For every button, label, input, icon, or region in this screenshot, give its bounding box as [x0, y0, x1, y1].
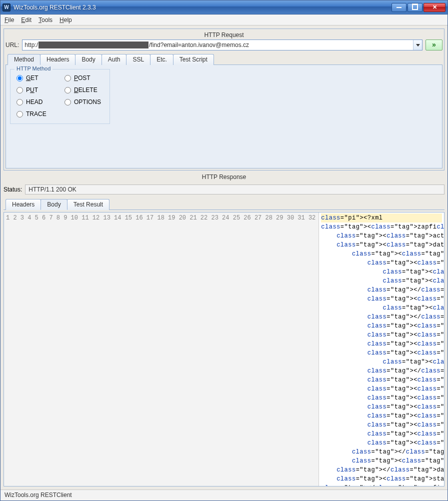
titlebar[interactable]: W WizTools.org RESTClient 2.3.3 — [0, 0, 448, 14]
response-body-code[interactable]: class="pi"><?xml version=class="str">"1.… — [319, 212, 444, 486]
radio-head[interactable]: HEAD — [16, 98, 56, 106]
close-button[interactable] — [424, 3, 446, 12]
minimize-button[interactable] — [392, 3, 406, 12]
tab-test-script[interactable]: Test Script — [173, 54, 214, 65]
menubar: File Edit Tools Help — [0, 14, 448, 26]
tab-resp-body[interactable]: Body — [40, 199, 67, 210]
method-panel: HTTP Method GET POST PUT — [6, 65, 442, 168]
response-section-label: HTTP Response — [4, 174, 444, 180]
menu-tools[interactable]: Tools — [38, 16, 52, 24]
tab-headers[interactable]: Headers — [40, 54, 76, 65]
response-body-panel: 1 2 3 4 5 6 7 8 9 10 11 12 13 14 15 16 1… — [4, 212, 444, 486]
http-method-legend: HTTP Method — [14, 66, 52, 72]
response-tabset: Headers Body Test Result — [4, 198, 444, 210]
menu-file[interactable]: File — [4, 16, 14, 24]
window-controls — [392, 3, 446, 12]
http-method-fieldset: HTTP Method GET POST PUT — [10, 69, 110, 124]
radio-delete[interactable]: DELETE — [64, 86, 104, 94]
url-dropdown-icon[interactable] — [413, 40, 422, 50]
status-label: Status: — [4, 186, 22, 193]
request-section: HTTP Request URL: http:/ /find?email=ant… — [4, 28, 444, 170]
radio-get[interactable]: GET — [16, 74, 56, 82]
tab-body[interactable]: Body — [75, 54, 102, 65]
redacted-host — [38, 42, 148, 48]
radio-post[interactable]: POST — [64, 74, 104, 82]
maximize-button[interactable] — [408, 3, 422, 12]
radio-options[interactable]: OPTIONS — [64, 98, 104, 106]
status-value: HTTP/1.1 200 OK — [25, 184, 444, 194]
statusbar: WizTools.org RESTClient — [0, 490, 448, 500]
tab-resp-headers[interactable]: Headers — [6, 199, 41, 210]
url-input[interactable]: http:/ /find?email=anton.ivanov@memos.cz — [22, 40, 413, 50]
tab-auth[interactable]: Auth — [102, 54, 127, 65]
menu-help[interactable]: Help — [60, 16, 72, 24]
tab-etc[interactable]: Etc. — [150, 54, 174, 65]
status-row: Status: HTTP/1.1 200 OK — [4, 184, 444, 194]
menu-edit[interactable]: Edit — [21, 16, 32, 24]
content-area: HTTP Request URL: http:/ /find?email=ant… — [0, 26, 448, 490]
tab-resp-test-result[interactable]: Test Result — [67, 199, 110, 210]
app-window: W WizTools.org RESTClient 2.3.3 File Edi… — [0, 0, 448, 501]
tab-ssl[interactable]: SSL — [126, 54, 150, 65]
url-combobox[interactable]: http:/ /find?email=anton.ivanov@memos.cz — [22, 40, 422, 50]
send-button[interactable]: » — [426, 40, 442, 50]
request-tabset: Method Headers Body Auth SSL Etc. Test S… — [6, 54, 442, 65]
request-section-label: HTTP Request — [6, 32, 442, 38]
radio-put[interactable]: PUT — [16, 86, 56, 94]
url-label: URL: — [6, 42, 19, 48]
url-row: URL: http:/ /find?email=anton.ivanov@mem… — [6, 40, 442, 50]
tab-method[interactable]: Method — [8, 54, 40, 65]
radio-trace[interactable]: TRACE — [16, 110, 56, 118]
line-gutter: 1 2 3 4 5 6 7 8 9 10 11 12 13 14 15 16 1… — [4, 212, 319, 486]
window-title: WizTools.org RESTClient 2.3.3 — [14, 4, 392, 11]
app-icon: W — [2, 4, 10, 12]
